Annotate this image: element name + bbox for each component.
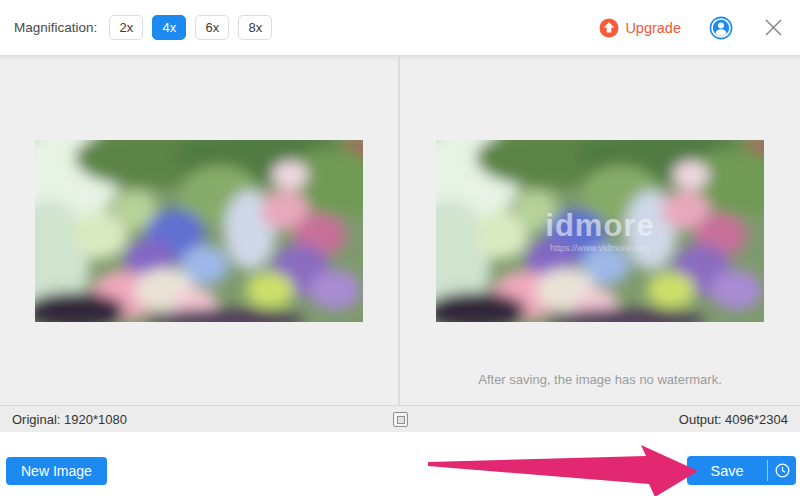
save-history-button[interactable] — [768, 456, 796, 485]
status-bar: Original: 1920*1080 Output: 4096*2304 — [0, 405, 800, 432]
upgrade-label: Upgrade — [625, 20, 681, 36]
pink-arrow-annotation — [420, 440, 710, 496]
close-button[interactable] — [761, 15, 786, 40]
save-button[interactable]: Save — [687, 456, 767, 485]
magnification-label: Magnification: — [14, 20, 97, 35]
magnification-6x-button[interactable]: 6x — [195, 15, 229, 40]
close-icon — [763, 17, 784, 38]
account-button[interactable] — [709, 16, 733, 40]
upgrade-button[interactable]: Upgrade — [599, 18, 681, 38]
output-resolution-label: Output: 4096*2304 — [679, 412, 788, 427]
header-actions: Upgrade — [599, 15, 786, 40]
output-panel: idmore https://www.vidmore.com After sav… — [400, 55, 800, 405]
compare-toggle-icon[interactable] — [393, 412, 408, 427]
upgrade-icon — [599, 18, 619, 38]
footer-bar: New Image Save — [0, 432, 800, 496]
magnification-2x-button[interactable]: 2x — [109, 15, 143, 40]
original-image-preview — [35, 140, 363, 322]
watermark-notice: After saving, the image has no watermark… — [478, 372, 722, 387]
upscaled-image-preview: idmore https://www.vidmore.com — [436, 140, 764, 322]
preview-area: idmore https://www.vidmore.com After sav… — [0, 55, 800, 405]
original-resolution-label: Original: 1920*1080 — [12, 412, 127, 427]
magnification-4x-button[interactable]: 4x — [152, 15, 186, 40]
new-image-button[interactable]: New Image — [6, 457, 107, 485]
original-panel — [0, 55, 400, 405]
save-button-group: Save — [687, 456, 796, 485]
clock-icon — [775, 463, 790, 478]
upscaler-dialog: Magnification: 2x 4x 6x 8x Upgrade — [0, 0, 800, 496]
header-toolbar: Magnification: 2x 4x 6x 8x Upgrade — [0, 0, 800, 55]
magnification-8x-button[interactable]: 8x — [238, 15, 272, 40]
magnification-options: 2x 4x 6x 8x — [109, 15, 272, 40]
user-account-icon — [709, 16, 733, 40]
